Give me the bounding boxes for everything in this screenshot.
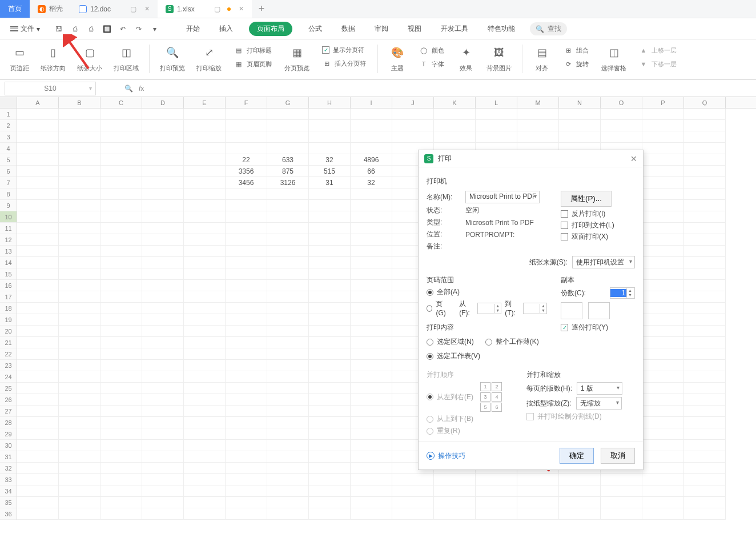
cell[interactable] — [59, 417, 100, 428]
cell[interactable] — [17, 246, 59, 257]
cell[interactable] — [392, 109, 434, 120]
cell[interactable] — [59, 131, 100, 143]
cell[interactable] — [351, 211, 392, 223]
cell[interactable] — [267, 440, 309, 451]
cell[interactable] — [59, 371, 100, 383]
cell[interactable] — [684, 143, 726, 154]
cell[interactable] — [17, 223, 59, 234]
cell[interactable] — [351, 326, 392, 337]
cell[interactable] — [184, 246, 226, 257]
row-header[interactable]: 15 — [0, 268, 17, 280]
cell[interactable] — [476, 485, 517, 497]
cell[interactable] — [142, 360, 184, 371]
cell[interactable] — [642, 211, 684, 223]
cell[interactable] — [17, 440, 59, 451]
row-header[interactable]: 33 — [0, 474, 17, 485]
cell[interactable] — [17, 120, 59, 131]
cell[interactable] — [392, 120, 434, 131]
perpage-combo[interactable]: 1 版 — [577, 382, 622, 395]
cell[interactable] — [100, 280, 142, 291]
cell[interactable] — [100, 166, 142, 177]
cell[interactable] — [184, 280, 226, 291]
cell[interactable] — [226, 234, 267, 246]
cell[interactable]: 32 — [309, 154, 351, 166]
row-header[interactable]: 29 — [0, 428, 17, 440]
cell[interactable] — [642, 303, 684, 314]
ribbon-align[interactable]: ▤对齐 — [528, 45, 556, 73]
cell[interactable] — [142, 303, 184, 314]
ribbon-show-break[interactable]: 显示分页符 — [319, 45, 369, 55]
cell[interactable] — [267, 131, 309, 143]
cell[interactable] — [17, 326, 59, 337]
cell[interactable] — [59, 188, 100, 200]
cell[interactable] — [684, 326, 726, 337]
cell[interactable] — [226, 394, 267, 406]
ribbon-orient[interactable]: ▯纸张方向 — [36, 45, 70, 73]
cell[interactable] — [17, 337, 59, 348]
row-header[interactable]: 24 — [0, 371, 17, 383]
cell[interactable] — [142, 314, 184, 326]
row-header[interactable]: 21 — [0, 337, 17, 348]
cell[interactable] — [684, 337, 726, 348]
cell[interactable] — [267, 417, 309, 428]
cell[interactable] — [351, 497, 392, 508]
cell[interactable] — [351, 143, 392, 154]
cell[interactable] — [17, 371, 59, 383]
cell[interactable] — [267, 211, 309, 223]
cell[interactable] — [642, 291, 684, 303]
cell[interactable] — [309, 188, 351, 200]
cell[interactable] — [517, 497, 559, 508]
cell[interactable] — [309, 497, 351, 508]
cell[interactable] — [309, 234, 351, 246]
cell[interactable] — [642, 234, 684, 246]
cell[interactable] — [267, 371, 309, 383]
cell[interactable] — [684, 360, 726, 371]
cell[interactable] — [226, 257, 267, 268]
close-button[interactable]: ✕ — [630, 154, 637, 163]
ribbon-scale[interactable]: ⤢打印缩放 — [192, 45, 226, 73]
cell[interactable] — [226, 451, 267, 463]
cell[interactable] — [184, 314, 226, 326]
cell[interactable] — [684, 417, 726, 428]
cell[interactable] — [684, 257, 726, 268]
cell[interactable] — [100, 188, 142, 200]
cell[interactable] — [351, 348, 392, 360]
cell[interactable] — [434, 131, 476, 143]
cell[interactable] — [434, 485, 476, 497]
ribbon-color[interactable]: ◯颜色 — [416, 45, 448, 56]
cell[interactable] — [100, 109, 142, 120]
cell[interactable] — [351, 337, 392, 348]
cell[interactable] — [100, 234, 142, 246]
cell[interactable] — [17, 508, 59, 520]
cell[interactable] — [267, 303, 309, 314]
cell[interactable] — [59, 348, 100, 360]
cell[interactable] — [684, 291, 726, 303]
tab-home[interactable]: 首页 — [0, 0, 30, 18]
cell[interactable] — [684, 440, 726, 451]
row-header[interactable]: 32 — [0, 463, 17, 474]
cell[interactable] — [642, 440, 684, 451]
cell[interactable] — [100, 417, 142, 428]
cell[interactable] — [142, 474, 184, 485]
cell[interactable] — [184, 360, 226, 371]
ribbon-bgimg[interactable]: 🖼背景图片 — [482, 45, 516, 73]
cell[interactable] — [309, 211, 351, 223]
from-spinner[interactable]: ▲▼ — [477, 303, 501, 314]
cell[interactable] — [226, 463, 267, 474]
cell[interactable] — [267, 234, 309, 246]
col-header[interactable]: A — [17, 97, 59, 108]
cell[interactable]: 22 — [226, 154, 267, 166]
cell[interactable] — [100, 291, 142, 303]
cell[interactable] — [684, 109, 726, 120]
cell[interactable] — [517, 109, 559, 120]
save-icon[interactable]: 🖫 — [54, 24, 64, 34]
whole-book-radio[interactable]: 整个工作薄(K) — [485, 337, 539, 347]
cell[interactable] — [351, 463, 392, 474]
cell[interactable] — [642, 371, 684, 383]
cell[interactable] — [684, 463, 726, 474]
cell[interactable] — [642, 257, 684, 268]
cell[interactable] — [184, 291, 226, 303]
reverse-checkbox[interactable]: 反片打印(I) — [561, 209, 635, 219]
cell[interactable] — [142, 348, 184, 360]
cell[interactable] — [184, 154, 226, 166]
